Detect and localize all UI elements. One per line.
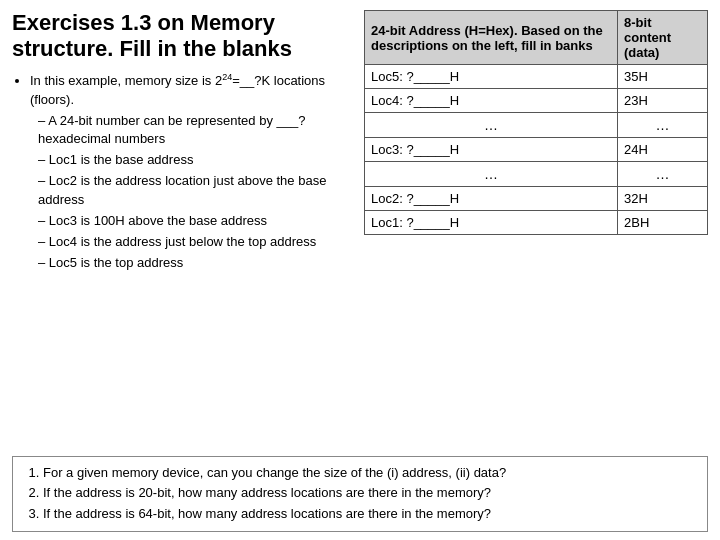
addr-loc5: Loc5: ?_____H	[365, 65, 618, 89]
col1-header: 24-bit Address (H=Hex). Based on the des…	[365, 11, 618, 65]
page-title: Exercises 1.3 on Memory structure. Fill …	[12, 10, 352, 63]
table-header-row: 24-bit Address (H=Hex). Based on the des…	[365, 11, 708, 65]
bottom-item-2: If the address is 20-bit, how many addre…	[43, 483, 697, 504]
col2-header: 8-bit content (data)	[618, 11, 708, 65]
dots-addr-2: …	[365, 162, 618, 187]
sub-item-5: Loc4 is the address just below the top a…	[38, 233, 352, 251]
table-row-dots-1: … …	[365, 113, 708, 138]
data-loc4: 23H	[618, 89, 708, 113]
main-container: Exercises 1.3 on Memory structure. Fill …	[0, 0, 720, 540]
data-loc3: 24H	[618, 138, 708, 162]
table-row: Loc2: ?_____H 32H	[365, 187, 708, 211]
addr-loc3: Loc3: ?_____H	[365, 138, 618, 162]
dots-data-1: …	[618, 113, 708, 138]
dots-addr-1: …	[365, 113, 618, 138]
bottom-section: For a given memory device, can you chang…	[12, 456, 708, 532]
sub-item-3: Loc2 is the address location just above …	[38, 172, 352, 208]
addr-loc2: Loc2: ?_____H	[365, 187, 618, 211]
main-bullet-text: In this example, memory size is 224=__?K…	[30, 73, 325, 107]
data-loc2: 32H	[618, 187, 708, 211]
bullet-list: In this example, memory size is 224=__?K…	[12, 71, 352, 277]
addr-loc4: Loc4: ?_____H	[365, 89, 618, 113]
table-row-dots-2: … …	[365, 162, 708, 187]
bottom-item-1: For a given memory device, can you chang…	[43, 463, 697, 484]
sub-item-2: Loc1 is the base address	[38, 151, 352, 169]
data-loc5: 35H	[618, 65, 708, 89]
table-row: Loc3: ?_____H 24H	[365, 138, 708, 162]
table-row: Loc1: ?_____H 2BH	[365, 211, 708, 235]
left-panel: Exercises 1.3 on Memory structure. Fill …	[12, 10, 352, 446]
table-row: Loc4: ?_____H 23H	[365, 89, 708, 113]
data-loc1: 2BH	[618, 211, 708, 235]
bottom-item-3: If the address is 64-bit, how many addre…	[43, 504, 697, 525]
bottom-list: For a given memory device, can you chang…	[23, 463, 697, 525]
right-panel: 24-bit Address (H=Hex). Based on the des…	[364, 10, 708, 446]
dots-data-2: …	[618, 162, 708, 187]
sub-list: A 24-bit number can be represented by __…	[30, 112, 352, 273]
top-section: Exercises 1.3 on Memory structure. Fill …	[12, 10, 708, 446]
sub-item-6: Loc5 is the top address	[38, 254, 352, 272]
sub-item-1: A 24-bit number can be represented by __…	[38, 112, 352, 148]
addr-loc1: Loc1: ?_____H	[365, 211, 618, 235]
table-row: Loc5: ?_____H 35H	[365, 65, 708, 89]
list-item-main: In this example, memory size is 224=__?K…	[30, 71, 352, 273]
memory-table: 24-bit Address (H=Hex). Based on the des…	[364, 10, 708, 235]
sub-item-4: Loc3 is 100H above the base address	[38, 212, 352, 230]
